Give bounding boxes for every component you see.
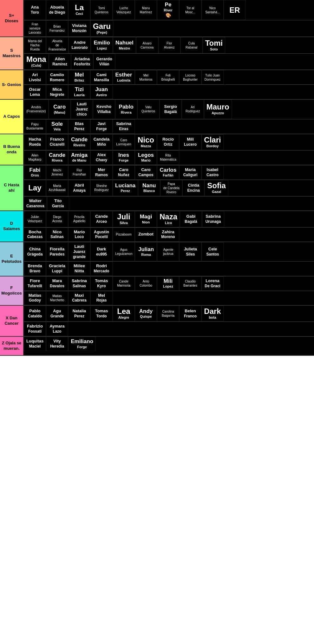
person-cell: TiziLauría: [68, 85, 90, 99]
tier-label-e: E Pelotudos: [0, 242, 24, 276]
person-cell: AlvaroCarmona: [136, 37, 158, 53]
name-row: OscarLemaMicaNegreteTiziLauríaJuanAveiro: [24, 85, 314, 99]
person-cell: AriadnaFosforitx: [71, 54, 93, 70]
person-cell: LautiJuarez grande: [68, 242, 90, 261]
person-cell: FeliBrisighelli: [157, 70, 179, 84]
tier-row-z: Z Ojala se mueran.LuquitasMacielVityHere…: [0, 337, 314, 356]
tier-label-s-plus: S+ Dioses: [0, 0, 24, 37]
person-cell: SabrinaUrunaga: [202, 211, 224, 227]
person-cell: JaviForge: [90, 119, 113, 134]
person-cell: PapuBustamante: [24, 119, 46, 134]
tier-row-s: S MaestrosMama delHachaRuedaAbueladeFran…: [0, 37, 314, 70]
person-cell: AbrilAmaya: [68, 180, 90, 196]
tier-content-s-minus: AriLivolsiCamiloRomeroMelBritezCamiMansi…: [24, 70, 314, 99]
person-cell: CaroCampos: [135, 165, 157, 180]
person-cell: JuliSilva: [113, 211, 135, 227]
person-cell: FabrizioFossati: [24, 322, 46, 336]
person-cell: PabloCataldo: [24, 306, 46, 322]
person-cell: MerRamos: [90, 165, 113, 180]
person-cell: CulaRabanal: [180, 37, 203, 53]
person-cell: LorenaDe Graci: [201, 276, 224, 291]
person-cell: AilenMagikarp: [24, 150, 46, 165]
person-cell: RitaMatemática: [157, 150, 179, 165]
person-cell: NazaLico: [157, 211, 180, 227]
person-cell: SofiaGazal: [205, 180, 228, 196]
tier-row-c: C Hasta ahíFabiOrosMechiJimenezFlorFrami…: [0, 165, 314, 211]
tier-label-z: Z Ojala se mueran.: [0, 337, 24, 355]
name-row: Anubis(Franxeneize)Caro(Manu)LautiJuarez…: [24, 100, 314, 119]
person-cell: MartaAzuhlkawaii: [46, 180, 68, 196]
tier-label-a: A Capos: [0, 100, 24, 133]
tier-content-f: FioreTufarelliMaraDavalosSabrinaSalinasT…: [24, 276, 314, 305]
name-row: MatíasGodoyMatiasMarchettoMaxiCabreraMel…: [24, 291, 314, 305]
tier-row-s-plus: S+ DiosesAnaToroAbuelade DiegoLaCeciTomi…: [0, 0, 314, 37]
person-cell: FlorAlvarez: [158, 37, 180, 53]
person-cell: AilenRamirez: [49, 54, 71, 70]
tier-row-s-minus: S- GeniosAriLivolsiCamiloRomeroMelBritez…: [0, 70, 314, 100]
tier-list: S+ DiosesAnaToroAbuelade DiegoLaCeciTomi…: [0, 0, 314, 356]
person-cell: AriRodriguez: [182, 100, 204, 119]
person-cell: Agentejackrua: [157, 242, 179, 261]
person-cell: AgusLeguizamon: [113, 242, 135, 261]
name-row: AilenMagikarpCandeRiveraAmigade ManuAlex…: [24, 150, 314, 165]
person-cell: MelRojas: [90, 291, 113, 305]
person-cell: BlasPerez: [68, 119, 90, 134]
person-cell: Anubis(Franxeneize): [24, 100, 49, 119]
person-cell: PriscilaAgatiello: [68, 211, 90, 227]
person-cell: NicoMazza: [135, 134, 157, 150]
name-row: BochaCabezasNicoSalinasMarioLocoAgustínP…: [24, 228, 314, 242]
person-cell: SabrinaEiras: [113, 119, 135, 134]
person-cell: Darkeu995: [90, 242, 113, 261]
person-cell: ZahiraMoreno: [157, 228, 179, 242]
person-cell: AriLivolsi: [24, 70, 46, 84]
name-row: PabloCataldoAguGrandeNataliaPerezTomasTo…: [24, 306, 314, 322]
person-cell: MaxiCabrera: [68, 291, 90, 305]
tier-content-x: PabloCataldoAguGrandeNataliaPerezTomasTo…: [24, 306, 314, 336]
person-cell: FlorFramiñan: [68, 165, 90, 180]
person-cell: MiileeNiitta: [68, 262, 90, 276]
person-cell: ER: [224, 0, 246, 20]
person-cell: EmilianoForge: [68, 337, 96, 351]
person-cell: NicoSalinas: [46, 228, 68, 242]
person-cell: ManuMartínez: [135, 0, 157, 20]
person-cell: NataliaPerez: [68, 306, 90, 322]
person-cell: MauroApuzzo: [204, 100, 232, 119]
person-cell: MelMonteros: [135, 70, 157, 84]
person-cell: AndyQuispe: [135, 306, 157, 322]
tier-label-b: B Buena onda: [0, 134, 24, 165]
person-cell: NanuBlanco: [138, 180, 160, 196]
tier-content-b: HachaRuedaFrancoCicarelliCandeRiveiroCan…: [24, 134, 314, 165]
tier-content-c: FabiOrosMechiJimenezFlorFramiñanMerRamos…: [24, 165, 314, 210]
person-cell: JulietaSiles: [179, 242, 201, 261]
person-cell: LautiJuarez chico: [71, 100, 93, 119]
person-cell: GerardoVillán: [93, 54, 115, 70]
tier-label-s: S Maestros: [0, 37, 24, 70]
name-row: ChinaGrágedaFiorellaParedesLautiJuarez g…: [24, 242, 314, 261]
person-cell: LegosMario: [135, 150, 157, 165]
person-cell: AlexChavy: [90, 150, 113, 165]
tier-label-s-minus: S- Genios: [0, 70, 24, 99]
person-cell: SergioBagalá: [160, 100, 182, 119]
person-cell: TitoGarcía: [47, 196, 69, 210]
person-cell: LaCeci: [68, 0, 90, 20]
name-row: JuliánVelazquezDiegoAcostaPriscilaAgatie…: [24, 211, 314, 227]
person-cell: BochaCabezas: [24, 228, 46, 242]
person-cell: Tulio JuanDominguez: [201, 70, 224, 84]
person-cell: MicaNegrete: [46, 85, 68, 99]
tier-content-e: ChinaGrágedaFiorellaParedesLautiJuarez g…: [24, 242, 314, 276]
person-cell: KevshoVillalba: [93, 100, 115, 119]
tier-label-d: D Salames: [0, 211, 24, 242]
person-cell: BrianFernandez: [46, 20, 68, 37]
name-row: HachaRuedaFrancoCicarelliCandeRiveiroCan…: [24, 134, 314, 150]
tier-row-b: B Buena ondaHachaRuedaFrancoCicarelliCan…: [0, 134, 314, 165]
name-row: AnaToroAbuelade DiegoLaCeciTomiQuinteros…: [24, 0, 314, 20]
name-row: FabrizioFossatiAymaraLazo: [24, 322, 314, 336]
tier-content-a: Anubis(Franxeneize)Caro(Manu)LautiJuarez…: [24, 100, 314, 133]
person-cell: Tor alMosc...: [179, 0, 201, 20]
person-cell: CamiMansilla: [90, 70, 113, 84]
tier-label-x: X Dan Cancer: [0, 306, 24, 336]
person-cell: LocosoBughunter: [179, 70, 201, 84]
name-row: FioreTufarelliMaraDavalosSabrinaSalinasT…: [24, 276, 314, 291]
tier-label-f: F Mogolicos: [0, 276, 24, 305]
person-cell: MaraDavalos: [46, 276, 68, 291]
